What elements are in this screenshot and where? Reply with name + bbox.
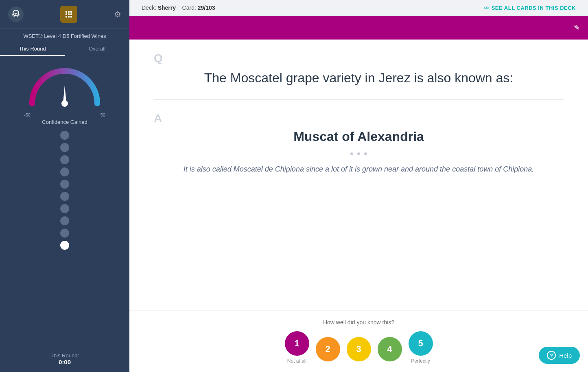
progress-dot-3 [60,155,69,164]
tab-overall[interactable]: Overall [65,42,129,56]
confidence-gauge [24,63,105,112]
card-divider [154,99,564,100]
sidebar-header: ⚙ [0,0,129,29]
deck-info: Deck: Sherry Card: 29/103 [142,4,215,11]
infinity-icon: ∞ [484,4,489,11]
see-all-label: SEE ALL CARDS IN THIS DECK [492,5,576,11]
svg-rect-8 [70,13,72,15]
card-body: Q The Moscatel grape variety in Jerez is… [129,40,588,310]
rating-button-3[interactable]: 3 [347,337,371,361]
round-info: This Round: 0:00 [50,348,79,372]
deck-icon[interactable] [60,6,77,23]
rating-1-label: Not at all [287,358,306,364]
svg-marker-12 [63,85,66,103]
sidebar: ⚙ WSET® Level 4 D5 Fortified Wines This … [0,0,129,372]
settings-icon[interactable]: ⚙ [114,9,121,19]
svg-rect-4 [68,11,70,13]
card-position: 29/103 [198,4,215,11]
svg-rect-10 [68,16,70,18]
gauge-min-label: -50 [24,112,31,117]
main-content: Deck: Sherry Card: 29/103 ∞ SEE ALL CARD… [129,0,588,372]
see-all-cards-link[interactable]: ∞ SEE ALL CARDS IN THIS DECK [484,4,576,11]
card-prefix: Card: [182,4,196,11]
progress-dots [60,131,69,348]
gauge-max-label: 50 [101,112,105,117]
help-circle-icon: ? [547,351,556,360]
pag-dot-1 [350,152,353,155]
answer-title: Muscat of Alexandria [154,129,564,144]
svg-rect-6 [66,13,67,15]
rating-button-2[interactable]: 2 [316,337,340,361]
progress-dot-8 [60,216,69,225]
rating-3-wrap: 3 [347,337,371,364]
progress-dot-10 [60,241,69,250]
pag-dot-3 [364,152,367,155]
svg-point-13 [61,100,68,107]
rating-5-wrap: 5 Perfectly [409,331,433,364]
rating-4-wrap: 4 [378,337,402,364]
confidence-gained-label: Confidence Gained [42,119,87,125]
rating-1-wrap: 1 Not at all [285,331,309,364]
progress-dot-5 [60,180,69,189]
question-text: The Moscatel grape variety in Jerez is a… [154,69,564,87]
progress-dot-2 [60,143,69,152]
card-header-bar: ✎ [129,16,588,40]
question-section: Q The Moscatel grape variety in Jerez is… [154,40,564,95]
svg-rect-9 [66,16,67,18]
question-letter: Q [154,52,564,65]
progress-dot-6 [60,192,69,201]
card-area: ✎ Q The Moscatel grape variety in Jerez … [129,16,588,372]
pag-dot-2 [357,152,360,155]
rating-buttons: 1 Not at all 2 3 4 5 Perfectly [285,331,433,364]
answer-section: A Muscat of Alexandria It is also called… [154,104,564,183]
progress-dot-7 [60,204,69,213]
tab-this-round[interactable]: This Round [0,42,65,56]
progress-dot-1 [60,131,69,140]
top-bar: Deck: Sherry Card: 29/103 ∞ SEE ALL CARD… [129,0,588,16]
answer-letter: A [154,112,564,125]
svg-rect-3 [66,11,67,13]
progress-dot-4 [60,167,69,176]
svg-rect-11 [70,16,72,18]
tab-bar: This Round Overall [0,42,129,56]
rating-button-4[interactable]: 4 [378,337,402,361]
svg-rect-5 [70,11,72,13]
round-time: 0:00 [50,359,79,365]
deck-name: Sherry [158,4,176,11]
gauge-labels: -50 50 [24,112,105,117]
progress-dot-9 [60,229,69,238]
pagination-dots [154,152,564,155]
help-button[interactable]: ? Help [539,347,580,364]
rating-button-1[interactable]: 1 [285,331,309,356]
help-label: Help [559,352,572,359]
round-label: This Round: [50,352,79,359]
deck-prefix: Deck: [142,4,156,11]
rating-5-label: Perfectly [411,358,430,364]
rating-section: How well did you know this? 1 Not at all… [129,310,588,372]
edit-icon[interactable]: ✎ [574,23,580,32]
rating-button-5[interactable]: 5 [409,331,433,356]
rating-question: How well did you know this? [323,319,394,326]
answer-note: It is also called Moscatel de Chipiona s… [154,163,564,175]
rating-2-wrap: 2 [316,337,340,364]
logo-icon[interactable] [8,7,24,22]
svg-rect-7 [68,13,70,15]
deck-title: WSET® Level 4 D5 Fortified Wines [15,29,114,39]
